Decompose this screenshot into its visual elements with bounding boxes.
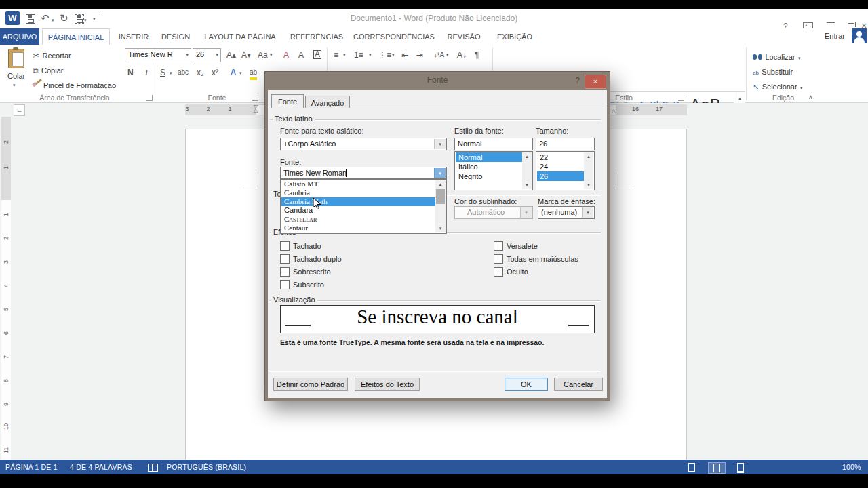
- list-item[interactable]: 24: [537, 162, 585, 171]
- size-list[interactable]: 22 24 26 ▴ ▾: [536, 151, 595, 190]
- read-mode-button[interactable]: [684, 462, 700, 472]
- checkbox-label[interactable]: Subscrito: [293, 281, 324, 289]
- font-option[interactable]: Calisto MT: [281, 180, 436, 188]
- tab-arquivo[interactable]: ARQUIVO: [0, 28, 39, 45]
- checkbox-label[interactable]: Tachado: [293, 242, 321, 250]
- zoom-level[interactable]: 100%: [842, 463, 861, 471]
- scroll-up-icon[interactable]: ▴: [435, 180, 446, 188]
- scrollbar[interactable]: ▴ ▾: [522, 152, 532, 189]
- bullets-icon[interactable]: ≡: [334, 50, 338, 60]
- font-list-scrollbar[interactable]: ▴ ▾: [435, 180, 446, 232]
- checkbox-subscrito[interactable]: [280, 280, 290, 289]
- list-item[interactable]: Negrito: [456, 171, 523, 181]
- multilevel-dropdown-icon[interactable]: ▾: [392, 52, 395, 58]
- scroll-thumb[interactable]: [436, 189, 445, 204]
- text-effects-button[interactable]: Efeitos do Texto: [355, 378, 420, 391]
- vertical-ruler[interactable]: 2 1 1 2 3 4 5 6 7 8 9 10 11: [1, 117, 11, 460]
- asian-font-combobox[interactable]: +Corpo Asiático ▾: [280, 138, 447, 150]
- tab-revisao[interactable]: REVISÃO: [442, 28, 486, 44]
- print-layout-button[interactable]: [708, 462, 726, 474]
- font-name-combobox[interactable]: Times New R ▾: [125, 48, 191, 62]
- font-option[interactable]: Cambria: [281, 188, 436, 197]
- font-dialog-launcher-icon[interactable]: [252, 95, 258, 101]
- dialog-close-button[interactable]: ×: [585, 75, 606, 89]
- font-option[interactable]: Centaur: [281, 224, 436, 232]
- paste-button[interactable]: Colar ▾: [4, 47, 30, 98]
- tab-layout-da-pagina[interactable]: LAYOUT DA PÁGINA: [201, 28, 279, 44]
- collapse-ribbon-icon[interactable]: ∧: [808, 92, 813, 102]
- tab-correspondencias[interactable]: CORRESPONDÊNCIAS: [353, 28, 435, 44]
- tab-design[interactable]: DESIGN: [159, 28, 193, 44]
- font-size-dropdown-icon[interactable]: ▾: [216, 52, 218, 58]
- checkbox-versalete[interactable]: [494, 241, 503, 251]
- select-dropdown-icon[interactable]: ▾: [800, 85, 803, 90]
- clear-formatting-icon[interactable]: A: [283, 50, 289, 60]
- tab-pagina-inicial[interactable]: PÁGINA INICIAL: [42, 28, 110, 45]
- checkbox-label[interactable]: Todas em maiúsculas: [507, 255, 578, 263]
- page-indicator[interactable]: PÁGINA 1 DE 1: [5, 463, 58, 471]
- dialog-tab-avancado[interactable]: Avançado: [305, 96, 350, 108]
- checkbox-label[interactable]: Versalete: [507, 242, 538, 250]
- bold-icon[interactable]: N: [127, 68, 134, 77]
- list-item[interactable]: 26: [537, 171, 585, 181]
- clipboard-dialog-launcher-icon[interactable]: [146, 95, 153, 101]
- find-dropdown-icon[interactable]: ▾: [798, 56, 801, 60]
- list-item[interactable]: Itálico: [456, 162, 523, 171]
- change-case-dropdown-icon[interactable]: ▾: [270, 52, 273, 58]
- asian-layout-icon[interactable]: ⇄A: [434, 50, 444, 60]
- list-item[interactable]: 22: [537, 152, 585, 162]
- text-effects-icon[interactable]: A: [231, 68, 236, 77]
- scrollbar[interactable]: ▴ ▾: [584, 152, 593, 189]
- font-combobox[interactable]: Times New Roman ▾: [280, 167, 447, 179]
- cancel-button[interactable]: Cancelar: [554, 378, 603, 391]
- tab-selector[interactable]: ∟: [14, 104, 25, 116]
- tab-referencias[interactable]: REFERÊNCIAS: [288, 28, 346, 44]
- superscript-icon[interactable]: x²: [212, 68, 218, 77]
- scroll-down-icon[interactable]: ▾: [522, 181, 532, 189]
- checkbox-sobrescrito[interactable]: [280, 267, 290, 277]
- checkbox-oculto[interactable]: [494, 267, 503, 277]
- font-name-dropdown-icon[interactable]: ▾: [186, 52, 189, 58]
- font-option-hovered[interactable]: Cambria Math: [281, 197, 436, 206]
- minimize-button[interactable]: —: [827, 18, 835, 27]
- subscript-icon[interactable]: x₂: [197, 68, 204, 77]
- tab-inserir[interactable]: INSERIR: [117, 28, 151, 44]
- checkbox-label[interactable]: Sobrescrito: [293, 268, 331, 276]
- select-button[interactable]: ↖ Selecionar ▾: [753, 80, 803, 92]
- emphasis-dropdown-icon[interactable]: ▾: [582, 207, 593, 218]
- scroll-up-icon[interactable]: ▴: [584, 152, 593, 161]
- grow-font-icon[interactable]: A▴: [226, 50, 236, 60]
- strikethrough-icon[interactable]: abc: [178, 68, 189, 77]
- font-option[interactable]: Castellar: [281, 215, 436, 224]
- checkbox-tachado-duplo[interactable]: [280, 254, 290, 264]
- cut-button[interactable]: ✂ Recortar: [33, 49, 71, 61]
- scroll-down-icon[interactable]: ▾: [584, 181, 593, 189]
- underline-color-dropdown[interactable]: Automático ▾: [454, 206, 533, 219]
- checkbox-maiusculas[interactable]: [494, 254, 503, 264]
- asian-layout-dropdown-icon[interactable]: ▾: [446, 52, 449, 58]
- replace-button[interactable]: ab Substituir: [753, 65, 793, 77]
- checkbox-label[interactable]: Oculto: [507, 268, 528, 276]
- scroll-up-icon[interactable]: ▴: [522, 152, 532, 161]
- font-size-combobox[interactable]: 26 ▾: [193, 48, 221, 62]
- right-indent-icon[interactable]: △: [612, 108, 616, 114]
- font-dropdown-icon[interactable]: ▾: [434, 168, 446, 178]
- account-avatar[interactable]: [852, 28, 867, 43]
- list-item[interactable]: Normal: [456, 152, 523, 162]
- dialog-tab-fonte[interactable]: Fonte: [271, 94, 304, 108]
- decrease-indent-icon[interactable]: ⇤: [401, 50, 408, 60]
- font-style-list[interactable]: Normal Itálico Negrito ▴ ▾: [454, 151, 533, 190]
- numbering-dropdown-icon[interactable]: ▾: [369, 52, 372, 58]
- underline-dropdown-icon[interactable]: ▾: [170, 70, 172, 76]
- font-dropdown-list[interactable]: Calisto MT Cambria Cambria Math Candara …: [280, 179, 447, 234]
- multilevel-list-icon[interactable]: ⋮≡: [378, 50, 391, 60]
- bullets-dropdown-icon[interactable]: ▾: [343, 52, 346, 58]
- shrink-font-icon[interactable]: A▾: [241, 50, 251, 60]
- web-layout-button[interactable]: [732, 462, 749, 472]
- sort-icon[interactable]: A↓: [457, 50, 467, 60]
- phonetic-guide-icon[interactable]: A: [298, 50, 304, 60]
- set-default-button[interactable]: Definir como Padrão: [273, 378, 348, 391]
- word-count[interactable]: 4 DE 4 PALAVRAS: [70, 463, 132, 471]
- paste-dropdown-icon[interactable]: ▾: [13, 83, 16, 88]
- character-border-icon[interactable]: A: [313, 50, 321, 59]
